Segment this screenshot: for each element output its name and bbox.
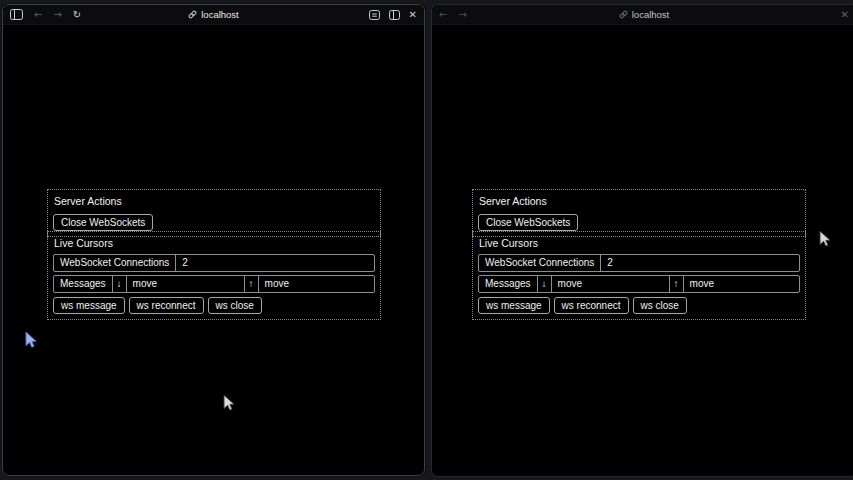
console-icon[interactable]	[369, 10, 380, 20]
live-cursors-panel: Live Cursors WebSocket Connections 2 Mes…	[472, 231, 806, 320]
messages-label: Messages	[479, 276, 537, 292]
ws-close-button[interactable]: ws close	[208, 297, 262, 315]
remote-cursor-icon	[819, 230, 831, 247]
titlebar[interactable]: ← → localhost ✕	[432, 5, 853, 25]
titlebar-left-controls: ← → ↻	[10, 5, 81, 24]
titlebar-right-controls: ✕	[369, 5, 417, 24]
server-actions-panel: Server Actions Close WebSockets	[472, 189, 806, 237]
ws-buttons-row: ws message ws reconnect ws close	[478, 297, 800, 315]
forward-icon[interactable]: →	[458, 10, 466, 20]
live-cursors-panel: Live Cursors WebSocket Connections 2 Mes…	[47, 231, 381, 320]
browser-window-left: ← → ↻ localhost ✕	[2, 4, 425, 476]
outgoing-arrow-icon: ↑	[244, 276, 258, 292]
connections-value: 2	[175, 255, 374, 271]
ws-close-button[interactable]: ws close	[633, 297, 687, 315]
sidebar-toggle-icon[interactable]	[10, 9, 23, 20]
incoming-arrow-icon: ↓	[112, 276, 126, 292]
close-websockets-button[interactable]: Close WebSockets	[53, 214, 153, 232]
server-actions-legend: Server Actions	[479, 196, 800, 208]
messages-row: Messages ↓ move ↑ move	[478, 275, 800, 293]
back-icon[interactable]: ←	[34, 10, 42, 20]
ws-buttons-row: ws message ws reconnect ws close	[53, 297, 375, 315]
connections-label: WebSocket Connections	[479, 255, 600, 271]
live-cursors-legend: Live Cursors	[479, 238, 800, 250]
titlebar-right-controls: ✕	[841, 5, 849, 24]
ws-reconnect-button[interactable]: ws reconnect	[129, 297, 204, 315]
reload-icon[interactable]: ↻	[73, 10, 81, 20]
titlebar-left-controls: ← →	[439, 5, 467, 24]
incoming-message: move	[551, 276, 669, 292]
connections-row: WebSocket Connections 2	[478, 254, 800, 272]
outgoing-message: move	[683, 276, 799, 292]
titlebar[interactable]: ← → ↻ localhost ✕	[3, 5, 424, 25]
close-websockets-button[interactable]: Close WebSockets	[478, 214, 578, 232]
messages-row: Messages ↓ move ↑ move	[53, 275, 375, 293]
ws-message-button[interactable]: ws message	[53, 297, 125, 315]
connections-value: 2	[600, 255, 799, 271]
desktop: { "colors": { "desktop_bg": "#17181d", "…	[0, 0, 853, 480]
address-area[interactable]: localhost	[432, 5, 853, 24]
live-cursors-legend: Live Cursors	[54, 238, 375, 250]
incoming-arrow-icon: ↓	[537, 276, 551, 292]
connections-label: WebSocket Connections	[54, 255, 175, 271]
server-actions-panel: Server Actions Close WebSockets	[47, 189, 381, 237]
ws-message-button[interactable]: ws message	[478, 297, 550, 315]
back-icon[interactable]: ←	[439, 10, 447, 20]
outgoing-arrow-icon: ↑	[669, 276, 683, 292]
messages-label: Messages	[54, 276, 112, 292]
split-view-icon[interactable]	[389, 10, 400, 20]
connections-row: WebSocket Connections 2	[53, 254, 375, 272]
mouse-pointer-icon	[223, 394, 235, 411]
close-icon[interactable]: ✕	[409, 10, 417, 20]
forward-icon[interactable]: →	[53, 10, 61, 20]
close-icon[interactable]: ✕	[841, 10, 849, 20]
incoming-message: move	[126, 276, 244, 292]
browser-window-right: ← → localhost ✕ Server Actions Close Web…	[431, 4, 853, 477]
remote-cursor-icon	[25, 331, 37, 348]
ws-reconnect-button[interactable]: ws reconnect	[554, 297, 629, 315]
link-icon	[619, 10, 628, 19]
page-title: localhost	[632, 10, 670, 20]
link-icon	[188, 10, 197, 19]
outgoing-message: move	[258, 276, 374, 292]
server-actions-legend: Server Actions	[54, 196, 375, 208]
page-title: localhost	[201, 10, 239, 20]
